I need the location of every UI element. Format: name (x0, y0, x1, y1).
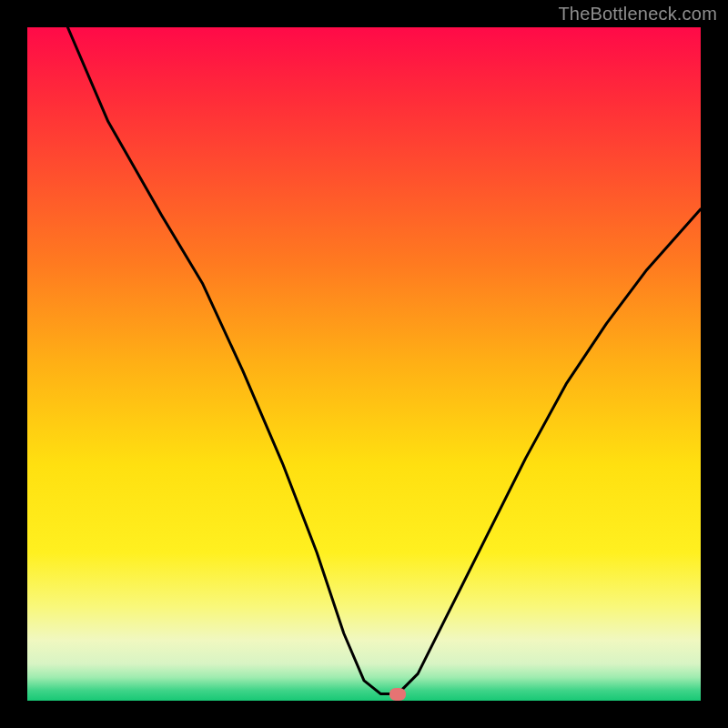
watermark-text: TheBottleneck.com (558, 4, 717, 25)
gradient-background (27, 27, 701, 701)
plot-area (27, 27, 701, 701)
chart-svg (27, 27, 701, 701)
chart-frame: TheBottleneck.com (0, 0, 728, 728)
optimum-marker (389, 688, 406, 701)
